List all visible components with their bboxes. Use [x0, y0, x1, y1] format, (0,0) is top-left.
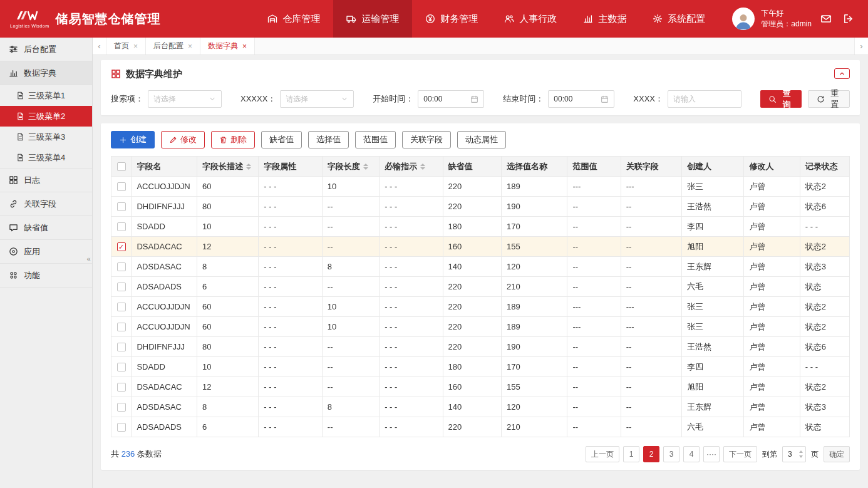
- nav-item-system-config[interactable]: 系统配置: [639, 0, 718, 38]
- select-all-checkbox[interactable]: [117, 162, 126, 171]
- table-panel: 创建修改删除缺省值选择值范围值关联字段动态属性 字段名字段长描述字段属性字段长度…: [101, 123, 860, 470]
- column-header[interactable]: 字段长度: [322, 157, 379, 177]
- nav-label: 人事行政: [519, 13, 557, 25]
- tab-backend-config[interactable]: 后台配置×: [146, 38, 200, 55]
- logout-icon[interactable]: [840, 11, 857, 27]
- table-row[interactable]: ADSDASAC8- - -8- - -140120----王东辉卢曾状态3: [111, 397, 850, 417]
- row-checkbox[interactable]: ✓: [117, 242, 126, 251]
- table-row[interactable]: SDADD10- - ---- - -180170----李四卢曾- - -: [111, 217, 850, 237]
- filter-select-xxxxx[interactable]: 请选择: [280, 90, 354, 108]
- default-value-button[interactable]: 缺省值: [261, 131, 302, 148]
- table-cell: --: [322, 277, 379, 297]
- sidebar-collapse-handle[interactable]: «: [85, 249, 93, 268]
- row-checkbox[interactable]: [117, 283, 126, 291]
- filter-time-start-time[interactable]: 00:00: [418, 90, 484, 108]
- confirm-button[interactable]: 确定: [824, 446, 850, 462]
- row-checkbox[interactable]: [117, 323, 126, 331]
- column-header[interactable]: 必输指示: [380, 157, 443, 177]
- table-row[interactable]: ADSDASAC8- - -8- - -140120----王东辉卢曾状态3: [111, 257, 850, 277]
- goto-page-input[interactable]: 3: [782, 446, 806, 462]
- filter-select-search-item[interactable]: 请选择: [148, 90, 222, 108]
- row-checkbox[interactable]: [117, 262, 126, 271]
- sidebar-item-backend-config[interactable]: 后台配置: [0, 38, 92, 61]
- sidebar-item-data-dictionary[interactable]: 数据字典: [0, 61, 92, 85]
- column-header[interactable]: 字段长描述: [197, 157, 258, 177]
- row-checkbox[interactable]: [117, 343, 126, 351]
- table-row[interactable]: ADSADADS6- - ---- - -220210----六毛卢曾状态: [111, 277, 850, 297]
- sidebar-item-related-fields[interactable]: 关联字段: [0, 192, 92, 216]
- sidebar-subitem-menu-3[interactable]: 三级菜单3: [0, 127, 92, 147]
- tabs: 首页×后台配置×数据字典×: [106, 38, 255, 55]
- prev-page-button[interactable]: 上一页: [586, 446, 619, 462]
- table-cell: 状态2: [800, 237, 849, 257]
- delete-button[interactable]: 删除: [211, 131, 255, 148]
- table-row[interactable]: ACCUOJJDJN60- - -10- - -220189------张三卢曾…: [111, 317, 850, 337]
- sidebar-subitem-menu-1[interactable]: 三级菜单1: [0, 85, 92, 106]
- page-button-1[interactable]: 1: [623, 446, 639, 462]
- sidebar-subitem-menu-4[interactable]: 三级菜单4: [0, 147, 92, 168]
- nav-item-hr[interactable]: 人事行政: [491, 0, 570, 38]
- table-row[interactable]: ACCUOJJDJN60- - -10- - -220189------张三卢曾…: [111, 177, 850, 197]
- close-icon[interactable]: ×: [188, 42, 192, 51]
- table-row[interactable]: DSADACAC12- - ---- - -160155----旭阳卢曾状态2: [111, 377, 850, 397]
- nav-item-finance[interactable]: 财务管理: [412, 0, 491, 38]
- tabs-scroll-left-icon[interactable]: ‹: [93, 38, 106, 55]
- sort-icon[interactable]: [246, 164, 251, 170]
- create-button[interactable]: 创建: [111, 131, 155, 148]
- table-row[interactable]: ACCUOJJDJN60- - -10- - -220189------张三卢曾…: [111, 297, 850, 317]
- filter-buttons: 查询重置: [760, 90, 850, 108]
- page-ellipsis[interactable]: ····: [703, 446, 720, 462]
- table-row[interactable]: DHDIFNFJJJ80- - ---- - -220190----王浩然卢曾状…: [111, 337, 850, 357]
- filter-input-xxxx[interactable]: 请输入: [668, 90, 741, 108]
- table-cell: 状态2: [800, 317, 849, 337]
- sidebar-subitem-menu-2[interactable]: 三级菜单2: [0, 106, 92, 127]
- table-row[interactable]: SDADD10- - ---- - -180170----李四卢曾- - -: [111, 357, 850, 377]
- sidebar-item-application[interactable]: 应用: [0, 240, 92, 264]
- row-checkbox[interactable]: [117, 182, 126, 191]
- row-checkbox[interactable]: [117, 423, 126, 432]
- tab-data-dictionary[interactable]: 数据字典×: [200, 38, 255, 55]
- bubble-icon: [9, 223, 18, 232]
- sidebar-item-default-values[interactable]: 缺省值: [0, 216, 92, 240]
- select-value-button[interactable]: 选择值: [308, 131, 349, 148]
- page-button-2[interactable]: 2: [643, 446, 659, 462]
- close-icon[interactable]: ×: [133, 42, 138, 51]
- sidebar-item-functions[interactable]: 功能: [0, 264, 92, 288]
- sidebar-item-logs[interactable]: 日志: [0, 169, 92, 192]
- range-value-button[interactable]: 范围值: [355, 131, 396, 148]
- row-checkbox[interactable]: [117, 383, 126, 392]
- reset-button[interactable]: 重置: [808, 90, 850, 108]
- app-logo[interactable]: Logistics Wisdom: [10, 9, 49, 28]
- panel-collapse-button[interactable]: [834, 68, 850, 79]
- table-cell: 160: [443, 377, 501, 397]
- table-cell: DSADACAC: [132, 237, 197, 257]
- next-page-button[interactable]: 下一页: [723, 446, 757, 462]
- related-field-button[interactable]: 关联字段: [402, 131, 451, 148]
- sort-icon[interactable]: [420, 164, 425, 170]
- page-button-3[interactable]: 3: [663, 446, 679, 462]
- edit-button[interactable]: 修改: [161, 131, 205, 148]
- sort-icon[interactable]: [363, 164, 368, 170]
- search-button[interactable]: 查询: [760, 90, 801, 108]
- filter-time-end-time[interactable]: 00:00: [548, 90, 614, 108]
- tab-home[interactable]: 首页×: [106, 38, 146, 55]
- nav-item-transport[interactable]: 运输管理: [333, 0, 412, 38]
- row-checkbox[interactable]: [117, 222, 126, 231]
- row-checkbox[interactable]: [117, 363, 126, 371]
- mail-icon[interactable]: [818, 11, 834, 27]
- row-checkbox[interactable]: [117, 202, 126, 211]
- nav-item-warehouse[interactable]: 仓库管理: [254, 0, 333, 38]
- table-row[interactable]: DHDIFNFJJJ80- - ---- - -220190----王浩然卢曾状…: [111, 197, 850, 217]
- table-cell: ADSDASAC: [132, 397, 197, 417]
- dynamic-attr-button[interactable]: 动态属性: [457, 131, 506, 148]
- nav-item-master-data[interactable]: 主数据: [570, 0, 639, 38]
- row-checkbox[interactable]: [117, 303, 126, 311]
- table-row[interactable]: ✓DSADACAC12- - ---- - -160155----旭阳卢曾状态2: [111, 237, 850, 257]
- avatar[interactable]: [732, 8, 755, 30]
- row-checkbox[interactable]: [117, 403, 126, 412]
- page-button-4[interactable]: 4: [683, 446, 700, 462]
- close-icon[interactable]: ×: [242, 42, 247, 51]
- tabs-scroll-right-icon[interactable]: ›: [854, 38, 868, 55]
- spinner-icon[interactable]: [799, 450, 803, 458]
- table-row[interactable]: ADSADADS6- - ---- - -220210----六毛卢曾状态: [111, 417, 850, 437]
